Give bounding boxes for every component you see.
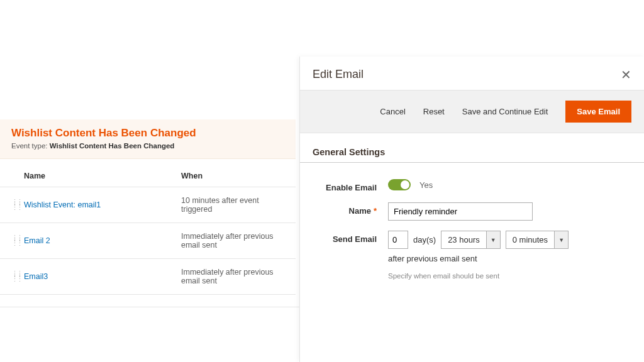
close-icon[interactable]: ✕	[621, 69, 631, 81]
section-header: Wishlist Content Has Been Changed Event …	[0, 119, 296, 159]
email-name-link[interactable]: Email3	[24, 272, 48, 281]
name-input[interactable]	[388, 202, 533, 221]
event-type-label: Event type:	[11, 142, 48, 150]
save-continue-button[interactable]: Save and Continue Edit	[462, 107, 548, 116]
chevron-down-icon: ▼	[554, 231, 568, 248]
hours-value: 23 hours	[441, 231, 486, 248]
edit-email-panel: Edit Email ✕ Cancel Reset Save and Conti…	[299, 57, 644, 362]
section-subtitle: Event type: Wishlist Content Has Been Ch…	[11, 142, 284, 150]
action-bar: Cancel Reset Save and Continue Edit Save…	[300, 90, 644, 133]
email-when: Immediately after previous email sent	[181, 268, 284, 285]
general-settings-heading: General Settings	[300, 133, 644, 163]
table-header-row: Name When	[0, 165, 296, 187]
after-text: after previous email sent	[388, 254, 477, 263]
col-header-name: Name	[24, 172, 181, 180]
table-row: ⋮⋮⋮⋮⋮⋮ Email 2 Immediately after previou…	[0, 223, 296, 259]
name-row: Name*	[300, 197, 644, 226]
email-when: Immediately after previous email sent	[181, 232, 284, 250]
modal-header: Edit Email ✕	[300, 57, 644, 90]
send-email-help: Specify when email should be sent	[388, 272, 631, 280]
drag-handle-icon[interactable]: ⋮⋮⋮⋮⋮⋮	[11, 272, 24, 282]
col-header-when: When	[181, 172, 284, 180]
cancel-button[interactable]: Cancel	[380, 107, 405, 116]
save-email-button[interactable]: Save Email	[565, 101, 631, 123]
email-when: 10 minutes after event triggered	[181, 196, 284, 214]
name-label: Name*	[313, 202, 388, 216]
hours-select[interactable]: 23 hours ▼	[441, 231, 501, 249]
drag-handle-icon[interactable]: ⋮⋮⋮⋮⋮⋮	[11, 236, 24, 246]
send-email-row: Send Email day(s) 23 hours ▼ 0 minutes ▼…	[300, 226, 644, 285]
table-row: ⋮⋮⋮⋮⋮⋮ Wishlist Event: email1 10 minutes…	[0, 187, 296, 223]
days-input[interactable]	[388, 231, 408, 249]
enable-email-row: Enable Email Yes	[300, 174, 644, 197]
emails-table: Name When ⋮⋮⋮⋮⋮⋮ Wishlist Event: email1 …	[0, 165, 296, 295]
modal-title: Edit Email	[313, 68, 364, 81]
enable-email-value: Yes	[419, 180, 433, 190]
enable-email-label: Enable Email	[313, 179, 388, 192]
section-title: Wishlist Content Has Been Changed	[11, 127, 284, 140]
enable-email-toggle[interactable]	[388, 179, 411, 190]
event-type-value: Wishlist Content Has Been Changed	[50, 142, 175, 150]
emails-list-panel: Wishlist Content Has Been Changed Event …	[0, 119, 296, 295]
send-email-label: Send Email	[313, 231, 388, 244]
chevron-down-icon: ▼	[486, 231, 500, 248]
reset-button[interactable]: Reset	[423, 107, 445, 116]
drag-handle-icon[interactable]: ⋮⋮⋮⋮⋮⋮	[11, 200, 24, 210]
minutes-value: 0 minutes	[506, 231, 554, 248]
email-name-link[interactable]: Wishlist Event: email1	[24, 200, 101, 209]
table-row: ⋮⋮⋮⋮⋮⋮ Email3 Immediately after previous…	[0, 259, 296, 295]
days-unit: day(s)	[413, 235, 436, 244]
email-name-link[interactable]: Email 2	[24, 236, 50, 245]
minutes-select[interactable]: 0 minutes ▼	[506, 231, 569, 249]
